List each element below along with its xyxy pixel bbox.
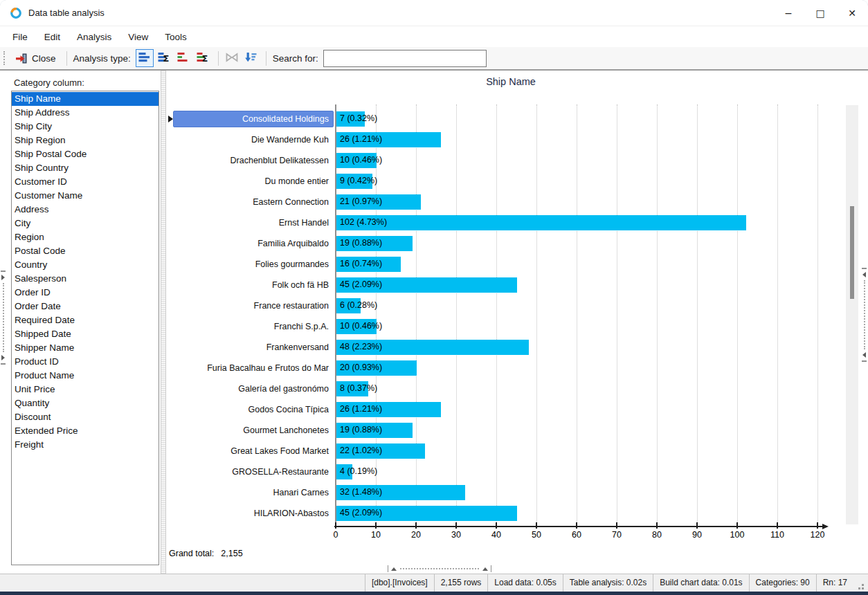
- axis-tick-label: 10: [371, 530, 381, 540]
- list-item[interactable]: Region: [12, 230, 159, 244]
- chart-row[interactable]: Die Wandernde Kuh 26 (1.21%): [166, 129, 868, 150]
- splitter-arrow-left-icon: [862, 352, 866, 358]
- chart-row[interactable]: GROSELLA-Restaurante 4 (0.19%): [166, 461, 868, 482]
- category-listbox[interactable]: Ship NameShip AddressShip CityShip Regio…: [11, 91, 159, 565]
- list-item[interactable]: Order Date: [12, 300, 159, 313]
- join-button[interactable]: [224, 49, 241, 67]
- splitter-arrow-up-icon: [391, 567, 397, 571]
- maximize-button[interactable]: □: [804, 0, 836, 26]
- chart-row[interactable]: Godos Cocina Típica 26 (1.21%): [166, 399, 868, 420]
- value-label: 8 (0.37%): [340, 378, 377, 399]
- minimize-button[interactable]: −: [772, 0, 804, 26]
- list-item[interactable]: Customer Name: [12, 189, 159, 203]
- chart-row[interactable]: Du monde entier 9 (0.42%): [166, 171, 868, 192]
- list-item[interactable]: Ship Region: [12, 134, 159, 147]
- chart-row[interactable]: Consolidated Holdings 7 (0.32%): [166, 109, 868, 129]
- list-item[interactable]: Extended Price: [12, 424, 159, 438]
- axis-tick-label: 0: [334, 530, 338, 540]
- axis-tick-label: 60: [572, 530, 581, 540]
- chart-row[interactable]: Franchi S.p.A. 10 (0.46%): [166, 316, 868, 337]
- chart-row[interactable]: Folies gourmandes 16 (0.74%): [166, 254, 868, 275]
- horizontal-splitter-handle[interactable]: [388, 565, 491, 572]
- menu-edit[interactable]: Edit: [36, 28, 69, 46]
- sort-descending-button[interactable]: [242, 49, 260, 67]
- chart-row[interactable]: HILARION-Abastos 45 (2.09%): [166, 503, 868, 524]
- list-item[interactable]: Postal Code: [12, 244, 159, 258]
- scrollbar-thumb[interactable]: [850, 206, 854, 299]
- category-panel: Category column: Ship NameShip AddressSh…: [0, 71, 161, 574]
- status-segment: Table analysis: 0.02s: [563, 574, 653, 592]
- chart-row[interactable]: France restauration 6 (0.28%): [166, 295, 868, 316]
- splitter-arrow-up-icon: [482, 567, 488, 571]
- list-item[interactable]: Freight: [12, 438, 159, 452]
- category-label: Folies gourmandes: [173, 256, 334, 273]
- app-logo-icon: [10, 7, 22, 19]
- list-item[interactable]: Product ID: [12, 355, 159, 369]
- analysis-type-sum-button[interactable]: Σ: [155, 49, 173, 67]
- left-edge-splitter-handle[interactable]: [0, 268, 6, 367]
- analysis-type-count-button[interactable]: [136, 49, 154, 67]
- value-label: 102 (4.73%): [340, 212, 387, 232]
- chart-row[interactable]: Hanari Carnes 32 (1.48%): [166, 482, 868, 503]
- splitter-cap: [862, 360, 867, 362]
- analysis-type-count-compare-button[interactable]: [174, 49, 192, 67]
- chart-title: Ship Name: [166, 76, 856, 87]
- axis-tick: [415, 522, 417, 529]
- search-for-label: Search for:: [273, 53, 318, 64]
- list-item[interactable]: Address: [12, 203, 159, 217]
- panel-splitter[interactable]: [161, 71, 166, 574]
- chart-x-axis: 0102030405060708090100110120: [166, 524, 868, 547]
- analysis-type-sum-compare-button[interactable]: Σ: [194, 49, 212, 67]
- menu-tools[interactable]: Tools: [156, 28, 195, 46]
- close-analysis-button[interactable]: Close: [10, 50, 62, 67]
- chart-row[interactable]: Gourmet Lanchonetes 19 (0.88%): [166, 420, 868, 441]
- list-item[interactable]: Ship Country: [12, 161, 159, 175]
- grand-total-label: Grand total:: [169, 549, 214, 558]
- list-item[interactable]: Discount: [12, 410, 159, 424]
- list-item[interactable]: Country: [12, 258, 159, 272]
- chart-row[interactable]: Ernst Handel 102 (4.73%): [166, 212, 868, 233]
- axis-tick: [455, 522, 457, 529]
- splitter-dots: [3, 283, 4, 352]
- axis-tick: [736, 522, 738, 529]
- chart-vertical-scrollbar[interactable]: [846, 105, 858, 524]
- list-item[interactable]: Unit Price: [12, 383, 159, 396]
- category-label: Die Wandernde Kuh: [173, 131, 334, 148]
- list-item[interactable]: Ship City: [12, 120, 159, 134]
- list-item[interactable]: City: [12, 217, 159, 230]
- list-item[interactable]: Ship Postal Code: [12, 147, 159, 161]
- toolbar-grip[interactable]: [3, 51, 6, 65]
- list-item[interactable]: Quantity: [12, 396, 159, 410]
- menu-view[interactable]: View: [120, 28, 156, 46]
- chart-row[interactable]: Eastern Connection 21 (0.97%): [166, 192, 868, 212]
- search-input[interactable]: [323, 50, 487, 67]
- chart-row[interactable]: Drachenblut Delikatessen 10 (0.46%): [166, 150, 868, 171]
- grand-total: Grand total: 2,155: [169, 549, 243, 558]
- category-label: Folk och fä HB: [173, 277, 334, 293]
- close-window-button[interactable]: ✕: [836, 0, 868, 26]
- chart-row[interactable]: Familia Arquibaldo 19 (0.88%): [166, 233, 868, 254]
- list-item[interactable]: Required Date: [12, 313, 159, 327]
- chart-row[interactable]: Frankenversand 48 (2.23%): [166, 337, 868, 358]
- bar-chart-compare-icon: [177, 51, 189, 65]
- right-edge-splitter-handle[interactable]: [861, 266, 867, 364]
- list-item[interactable]: Product Name: [12, 369, 159, 383]
- chart-row[interactable]: Furia Bacalhau e Frutos do Mar 20 (0.93%…: [166, 358, 868, 378]
- list-item[interactable]: Order ID: [12, 286, 159, 300]
- value-label: 16 (0.74%): [340, 254, 382, 274]
- value-bar[interactable]: [336, 215, 746, 230]
- chart-row[interactable]: Great Lakes Food Market 22 (1.02%): [166, 441, 868, 461]
- list-item[interactable]: Shipped Date: [12, 327, 159, 341]
- list-item[interactable]: Customer ID: [12, 175, 159, 189]
- list-item[interactable]: Ship Name: [12, 92, 159, 106]
- resize-grip[interactable]: [856, 581, 865, 590]
- bar-chart-compare-sigma-icon: Σ: [197, 51, 208, 65]
- list-item[interactable]: Ship Address: [12, 106, 159, 120]
- menu-file[interactable]: File: [4, 28, 36, 46]
- list-item[interactable]: Salesperson: [12, 272, 159, 286]
- chart-row[interactable]: Galería del gastronómo 8 (0.37%): [166, 378, 868, 399]
- list-item[interactable]: Shipper Name: [12, 341, 159, 355]
- menu-analysis[interactable]: Analysis: [69, 28, 120, 46]
- chart-row[interactable]: Folk och fä HB 45 (2.09%): [166, 275, 868, 295]
- category-label: Drachenblut Delikatessen: [173, 152, 334, 169]
